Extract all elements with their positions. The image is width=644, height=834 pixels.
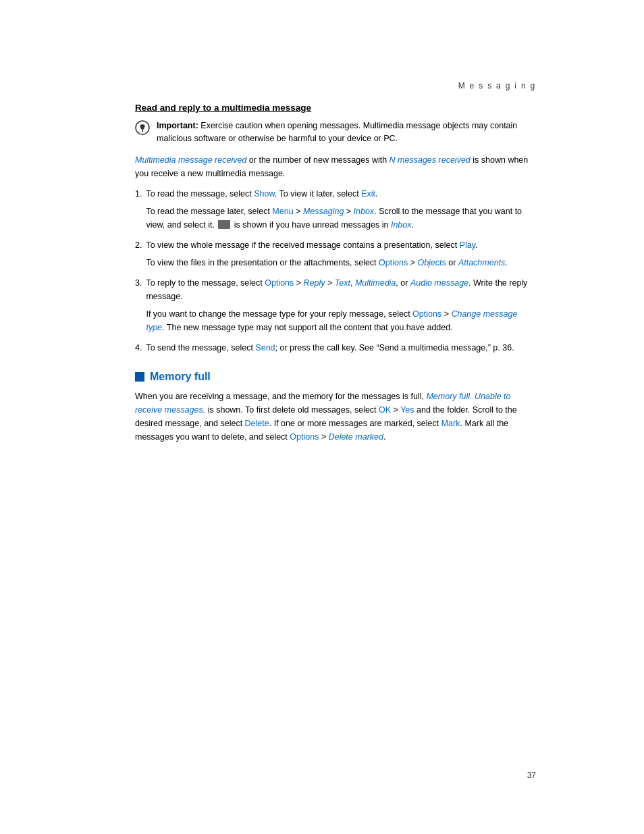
important-box: Important: Exercise caution when opening… (135, 120, 536, 145)
step-3-sub: If you want to change the message type f… (146, 307, 536, 334)
step-3-number: 3. (135, 276, 142, 334)
intro-link1: Multimedia message received (135, 155, 246, 165)
step-3: 3. To reply to the message, select Optio… (135, 276, 536, 334)
memory-full-body: When you are receiving a message, and th… (135, 390, 536, 444)
step-1-content: To read the message, select Show. To vie… (146, 187, 536, 232)
page-header: M e s s a g i n g (135, 81, 536, 90)
step-2-sub: To view the files in the presentation or… (146, 256, 536, 269)
blue-square-icon (135, 372, 144, 382)
step-4-main: To send the message, select Send; or pre… (146, 343, 514, 353)
step-4-content: To send the message, select Send; or pre… (146, 341, 536, 355)
step-1-sub: To read the message later, select Menu >… (146, 205, 536, 232)
important-text: Important: Exercise caution when opening… (157, 120, 536, 145)
intro-paragraph: Multimedia message received or the numbe… (135, 153, 536, 180)
step-4: 4. To send the message, select Send; or … (135, 341, 536, 355)
memory-full-section: Memory full When you are receiving a mes… (135, 371, 536, 444)
page-number: 37 (527, 771, 536, 780)
step-1: 1. To read the message, select Show. To … (135, 187, 536, 232)
intro-mid: or the number of new messages with (249, 155, 390, 165)
step-3-main: To reply to the message, select Options … (146, 278, 527, 301)
step-4-number: 4. (135, 341, 142, 355)
important-icon (135, 120, 150, 135)
important-label: Important: (157, 121, 198, 130)
section-label: M e s s a g i n g (458, 81, 536, 90)
step-1-main: To read the message, select Show. To vie… (146, 189, 377, 199)
steps-list: 1. To read the message, select Show. To … (135, 187, 536, 355)
important-body: Exercise caution when opening messages. … (157, 121, 517, 143)
page: M e s s a g i n g Read and reply to a mu… (0, 0, 644, 834)
step-2-content: To view the whole message if the receive… (146, 238, 536, 269)
step-1-number: 1. (135, 187, 142, 232)
memory-full-heading: Memory full (150, 371, 211, 383)
message-icon-inline (218, 220, 230, 229)
memory-full-title: Memory full (135, 371, 536, 383)
step-2: 2. To view the whole message if the rece… (135, 238, 536, 269)
step-2-number: 2. (135, 238, 142, 269)
step-3-content: To reply to the message, select Options … (146, 276, 536, 334)
step-2-main: To view the whole message if the receive… (146, 240, 477, 250)
intro-link2: N messages received (390, 155, 471, 165)
section-title: Read and reply to a multimedia message (135, 103, 536, 113)
